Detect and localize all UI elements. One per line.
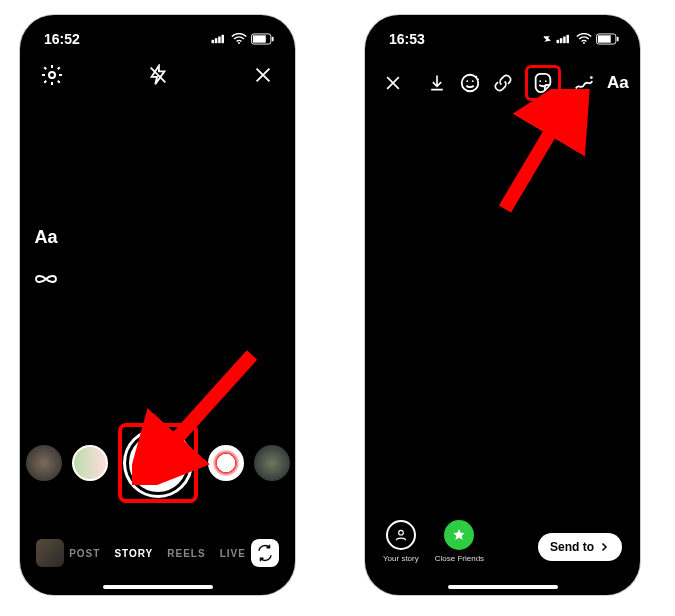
download-button[interactable] [427,70,447,96]
phone-camera-screen: 16:52 Aa [20,15,295,595]
svg-rect-7 [272,37,274,42]
send-to-label: Send to [550,540,594,554]
status-icons [542,33,620,45]
your-story-label: Your story [383,554,419,563]
text-button[interactable]: Aa [607,70,629,96]
close-friends-button[interactable]: Close Friends [435,520,484,563]
svg-point-41 [399,530,404,535]
svg-point-40 [590,76,593,79]
svg-rect-6 [253,35,266,42]
svg-point-4 [238,42,240,44]
filter-next2[interactable] [254,445,290,481]
close-button[interactable] [383,70,403,96]
shutter-row [20,423,295,503]
svg-point-17 [39,398,54,413]
svg-rect-23 [563,37,566,44]
svg-rect-22 [560,38,563,43]
mode-post[interactable]: POST [69,548,100,559]
filter-next1[interactable] [208,445,244,481]
mode-story[interactable]: STORY [114,548,153,559]
your-story-button[interactable]: Your story [383,520,419,563]
svg-point-37 [478,79,479,80]
svg-rect-1 [215,38,218,43]
svg-point-8 [49,72,55,78]
status-time: 16:53 [389,31,425,47]
sticker-button[interactable] [530,70,556,96]
create-text-tool[interactable]: Aa [34,225,58,249]
filter-prev1[interactable] [72,445,108,481]
shutter-button[interactable] [126,431,190,495]
filter-prev2[interactable] [26,445,62,481]
sticker-highlight [525,65,561,101]
shutter-highlight [118,423,198,503]
svg-point-36 [476,76,478,78]
phone-editor-screen: 16:53 Aa [365,15,640,595]
layout-tool[interactable] [34,309,58,333]
svg-rect-21 [557,40,560,43]
send-to-button[interactable]: Send to [538,533,622,561]
gallery-button[interactable] [36,539,64,567]
switch-camera-button[interactable] [251,539,279,567]
svg-point-39 [545,80,547,82]
annotation-arrow [485,89,595,219]
svg-point-16 [43,360,49,366]
home-indicator[interactable] [448,585,558,589]
camera-bottom-row: POST STORY REELS LIVE [20,539,295,567]
status-bar: 16:53 [365,15,640,53]
multicapture-tool[interactable] [34,351,58,375]
svg-rect-2 [218,37,221,44]
your-story-icon [386,520,416,550]
link-button[interactable] [493,70,513,96]
close-friends-icon [444,520,474,550]
effects-button[interactable] [459,70,481,96]
draw-button[interactable] [573,70,595,96]
camera-top-bar [20,53,295,87]
editor-top-bar: Aa [365,53,640,101]
share-targets: Your story Close Friends [383,520,484,563]
svg-rect-3 [222,35,225,43]
settings-button[interactable] [40,63,64,87]
svg-rect-28 [617,37,619,42]
svg-line-42 [505,111,563,209]
svg-rect-0 [212,40,215,43]
mode-reels[interactable]: REELS [167,548,205,559]
close-button[interactable] [251,63,275,87]
svg-point-25 [583,42,585,44]
svg-rect-24 [567,35,570,43]
svg-point-38 [539,80,541,82]
status-bar: 16:52 [20,15,295,53]
flash-off-button[interactable] [146,63,170,87]
mode-selector[interactable]: POST STORY REELS LIVE [64,548,251,559]
boomerang-tool[interactable] [34,267,58,291]
status-time: 16:52 [44,31,80,47]
svg-point-35 [472,80,474,82]
level-tool[interactable] [34,393,58,417]
svg-rect-12 [38,313,55,330]
svg-point-34 [466,80,468,82]
mode-live[interactable]: LIVE [220,548,246,559]
svg-rect-27 [598,35,611,42]
status-icons [211,33,275,45]
home-indicator[interactable] [103,585,213,589]
close-friends-label: Close Friends [435,554,484,563]
